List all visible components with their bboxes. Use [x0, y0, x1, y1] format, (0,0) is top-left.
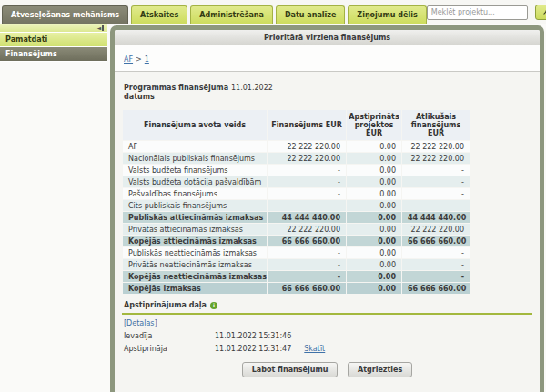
sidebar: ◄ Pamatdati Finansējums [0, 24, 107, 62]
cell-approved: 0.00 [347, 259, 401, 270]
cell-remaining: - [402, 247, 470, 258]
approval-section-title: Apstiprinājuma daļa i [124, 301, 532, 309]
entered-by-label: Ievadīja [124, 332, 215, 340]
breadcrumb-link-af[interactable]: AF [124, 55, 133, 64]
table-subtotal-row: Kopējās attiecināmās izmaksas66 666 660.… [123, 236, 470, 246]
info-icon[interactable]: i [210, 302, 217, 309]
approval-title-text: Apstiprinājuma daļa [124, 301, 207, 309]
tab-datu-analize[interactable]: Datu analīze [276, 5, 345, 24]
sidebar-item-pamatdati[interactable]: Pamatdati [0, 33, 107, 47]
entered-by-value: 11.01.2022 15:31:46 [215, 332, 291, 340]
cell-approved: 0.00 [347, 271, 401, 282]
cell-remaining: 66 666 660.00 [402, 283, 470, 294]
panel-body: Programmas finansējuma datums 11.01.2022… [115, 84, 540, 377]
tab-atskaites[interactable]: Atskaites [131, 5, 187, 24]
table-row: Cits publiskais finansējums-0.00- [123, 200, 470, 211]
cell-remaining: 22 222 220.00 [402, 153, 470, 164]
row-label: Kopējās neattiecināmās izmaksas [123, 271, 267, 282]
cell-remaining: - [402, 188, 470, 199]
tab-atveselosanas-mehanisms[interactable]: Atveseļošanas mehānisms [2, 5, 128, 24]
table-subtotal-row: Publiskās attiecināmās izmaksas44 444 44… [123, 212, 470, 223]
row-label: Kopējās izmaksas [123, 283, 267, 294]
col-header-approved: Apstiprināts projektos EUR [347, 110, 401, 140]
back-button[interactable]: Atgriezties [348, 362, 412, 377]
breadcrumb: AF>1 [115, 45, 540, 72]
cell-financing: - [268, 200, 346, 211]
cell-approved: 0.00 [347, 188, 401, 199]
cell-remaining: 22 222 220.00 [402, 224, 470, 235]
entered-by-row: Ievadīja 11.01.2022 15:31:46 [124, 332, 532, 340]
main-menu-tabs: Atveseļošanas mehānisms Atskaites Admini… [2, 5, 427, 24]
cell-financing: 44 444 440.00 [268, 212, 346, 223]
cell-remaining: - [402, 165, 470, 176]
approved-by-label: Apstiprināja [124, 345, 215, 353]
bottom-buttons: Labot finansējumu Atgriezties [122, 362, 532, 377]
row-label: Pašvaldības finansējums [123, 188, 267, 199]
cell-approved: 0.00 [347, 236, 401, 246]
sidebar-header: ◄ [0, 24, 107, 33]
tab-administresana[interactable]: Administrēšana [190, 5, 273, 24]
cell-remaining: - [402, 200, 470, 211]
program-date-value: 11.01.2022 [231, 84, 273, 102]
table-row: Nacionālais publiskais finansējums22 222… [123, 153, 470, 164]
cell-approved: 0.00 [347, 176, 401, 187]
table-row: Publiskās neattiecināmās izmaksas-0.00- [123, 247, 470, 258]
table-subtotal-row: Kopējās neattiecināmās izmaksas-0.00- [123, 271, 470, 282]
financing-table: Finansējuma avota veids Finansējums EUR … [122, 109, 470, 295]
row-label: Cits publiskais finansējums [123, 200, 267, 211]
cell-remaining: - [402, 176, 470, 187]
cell-financing: - [268, 165, 346, 176]
cell-remaining: 22 222 220.00 [402, 141, 470, 152]
row-label: Valsts budžeta dotācija pašvaldībām [123, 176, 267, 187]
cell-remaining: - [402, 259, 470, 270]
row-label: Valsts budžeta finansējums [123, 165, 267, 176]
row-label: Kopējās attiecināmās izmaksas [123, 236, 267, 246]
table-row: Valsts budžeta finansējums-0.00- [123, 165, 470, 176]
cell-approved: 0.00 [347, 153, 401, 164]
cell-approved: 0.00 [347, 200, 401, 211]
cell-approved: 0.00 [347, 283, 401, 294]
help-button[interactable]: Palīdzība (admin) [535, 5, 546, 20]
table-total-row: Kopējās izmaksas66 666 660.000.0066 666 … [123, 283, 470, 294]
cell-financing: 66 666 660.00 [268, 283, 346, 294]
top-menu-bar: Atveseļošanas mehānisms Atskaites Admini… [0, 0, 546, 24]
cell-financing: - [268, 271, 346, 282]
cell-approved: 0.00 [347, 224, 401, 235]
sidebar-item-finansejums[interactable]: Finansējums [0, 47, 107, 62]
table-row: Valsts budžeta dotācija pašvaldībām-0.00… [123, 176, 470, 187]
main-panel: Prioritārā virziena finansējums AF>1 Pro… [110, 25, 544, 392]
row-label: Nacionālais publiskais finansējums [123, 153, 267, 164]
view-link[interactable]: Skatīt [304, 345, 325, 353]
section-divider [122, 313, 532, 315]
cell-approved: 0.00 [347, 247, 401, 258]
cell-financing: 22 222 220.00 [268, 153, 346, 164]
table-row: Privātās neattiecināmās izmaksas-0.00- [123, 259, 470, 270]
details-link[interactable]: [Detaļas] [124, 319, 157, 327]
cell-financing: 22 222 220.00 [268, 141, 346, 152]
cell-approved: 0.00 [347, 212, 401, 223]
row-label: Publiskās neattiecināmās izmaksas [123, 247, 267, 258]
table-header-row: Finansējuma avota veids Finansējums EUR … [123, 110, 470, 140]
cell-financing: - [268, 176, 346, 187]
tab-zinojumu-delis[interactable]: Ziņojumu dēlis [348, 5, 426, 24]
cell-approved: 0.00 [347, 165, 401, 176]
cell-remaining: - [402, 271, 470, 282]
row-label: Publiskās attiecināmās izmaksas [123, 212, 267, 223]
cell-financing: - [268, 188, 346, 199]
topbar-right-group: Palīdzība (admin) [427, 5, 546, 24]
table-row: Privātās attiecināmās izmaksas22 222 220… [123, 224, 470, 235]
program-date-row: Programmas finansējuma datums 11.01.2022 [124, 84, 532, 102]
cell-financing: 66 666 660.00 [268, 236, 346, 246]
cell-approved: 0.00 [347, 141, 401, 152]
cell-financing: - [268, 247, 346, 258]
edit-financing-button[interactable]: Labot finansējumu [242, 362, 339, 377]
cell-financing: 22 222 220.00 [268, 224, 346, 235]
breadcrumb-link-current[interactable]: 1 [145, 55, 149, 64]
search-input[interactable] [427, 5, 528, 20]
row-label: Privātās neattiecināmās izmaksas [123, 259, 267, 270]
table-row: AF22 222 220.000.0022 222 220.00 [123, 141, 470, 152]
page-title: Prioritārā virziena finansējums [115, 30, 540, 45]
approved-by-row: Apstiprināja 11.01.2022 15:31:47 Skatīt [124, 345, 532, 353]
cell-remaining: 66 666 660.00 [402, 236, 470, 246]
collapse-sidebar-icon[interactable]: ◄ [96, 25, 104, 31]
